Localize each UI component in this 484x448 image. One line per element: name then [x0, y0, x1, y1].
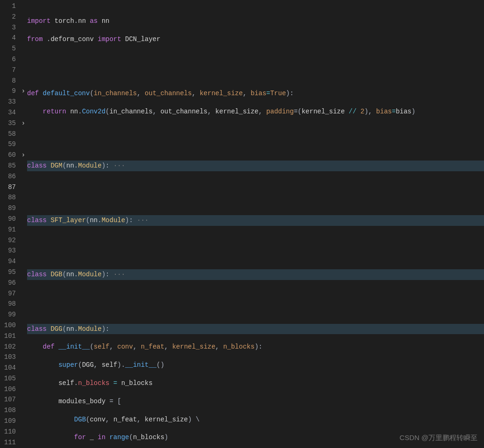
fold-toggle — [20, 245, 27, 256]
fold-toggle — [20, 288, 27, 299]
line-number: 88 — [0, 192, 16, 203]
code-line[interactable]: class SFT_layer(nn.Module): ··· — [27, 215, 484, 226]
line-number: 92 — [0, 235, 16, 246]
fold-toggle — [20, 352, 27, 363]
code-line[interactable]: DGB(conv, n_feat, kernel_size) \ — [27, 414, 484, 425]
code-line[interactable] — [27, 179, 484, 189]
code-line[interactable]: super(DGG, self).__init__() — [27, 360, 484, 371]
fold-toggle — [20, 373, 27, 384]
line-number: 3 — [0, 22, 16, 33]
fold-toggle — [20, 33, 27, 43]
fold-toggle — [20, 235, 27, 246]
line-number: 94 — [0, 256, 16, 267]
fold-toggle — [20, 427, 27, 437]
fold-toggle[interactable]: › — [20, 150, 27, 161]
fold-toggle — [20, 22, 27, 33]
line-number: 4 — [0, 33, 16, 43]
line-number: 89 — [0, 203, 16, 214]
code-line[interactable] — [27, 52, 484, 63]
fold-toggle — [20, 97, 27, 107]
fold-toggle — [20, 394, 27, 405]
code-line[interactable] — [27, 70, 484, 81]
line-number: 90 — [0, 214, 16, 224]
fold-column[interactable]: ››› — [20, 0, 27, 448]
line-number: 109 — [0, 416, 16, 427]
fold-toggle — [20, 139, 27, 150]
line-number: 8 — [0, 76, 16, 86]
line-number: 93 — [0, 245, 16, 256]
fold-toggle[interactable]: › — [20, 86, 27, 97]
fold-toggle — [20, 76, 27, 86]
line-number: 9 — [0, 86, 16, 97]
code-line[interactable] — [27, 306, 484, 316]
fold-toggle — [20, 331, 27, 342]
fold-toggle — [20, 405, 27, 416]
fold-toggle — [20, 1, 27, 12]
line-number: 85 — [0, 161, 16, 171]
fold-toggle — [20, 129, 27, 140]
fold-toggle — [20, 309, 27, 320]
line-number: 110 — [0, 427, 16, 437]
code-line[interactable]: return nn.Conv2d(in_channels, out_channe… — [27, 106, 484, 117]
line-number: 105 — [0, 373, 16, 384]
code-line[interactable]: import torch.nn as nn — [27, 16, 484, 27]
line-number: 35 — [0, 118, 16, 129]
line-number: 100 — [0, 320, 16, 331]
line-number-gutter: 1234567893334355859608586878889909192939… — [0, 0, 20, 448]
line-number: 34 — [0, 107, 16, 118]
line-number: 86 — [0, 171, 16, 182]
fold-toggle — [20, 214, 27, 224]
fold-toggle — [20, 54, 27, 65]
code-line[interactable]: def default_conv(in_channels, out_channe… — [27, 88, 484, 99]
code-line[interactable]: class DGB(nn.Module): ··· — [27, 269, 484, 280]
line-number: 5 — [0, 43, 16, 54]
line-number: 102 — [0, 342, 16, 352]
code-line[interactable]: from .deform_conv import DCN_layer — [27, 34, 484, 45]
code-line[interactable] — [27, 197, 484, 208]
line-number: 91 — [0, 224, 16, 235]
code-line[interactable] — [27, 287, 484, 298]
code-line[interactable] — [27, 233, 484, 244]
line-number: 103 — [0, 352, 16, 363]
fold-toggle — [20, 342, 27, 352]
fold-toggle — [20, 299, 27, 309]
line-number: 101 — [0, 331, 16, 342]
fold-toggle — [20, 12, 27, 22]
code-line[interactable] — [27, 125, 484, 135]
code-area[interactable]: import torch.nn as nn from .deform_conv … — [27, 0, 484, 448]
code-line[interactable]: class DGM(nn.Module): ··· — [27, 161, 484, 171]
line-number: 106 — [0, 384, 16, 395]
line-number: 58 — [0, 129, 16, 140]
fold-toggle — [20, 384, 27, 395]
code-line[interactable]: class DGG(nn.Module): — [27, 324, 484, 335]
fold-toggle — [20, 182, 27, 193]
line-number: 33 — [0, 97, 16, 107]
line-number: 60 — [0, 150, 16, 161]
fold-toggle — [20, 267, 27, 278]
fold-toggle — [20, 171, 27, 182]
line-number: 107 — [0, 394, 16, 405]
line-number: 97 — [0, 288, 16, 299]
fold-toggle — [20, 192, 27, 203]
code-line[interactable]: for _ in range(n_blocks) — [27, 432, 484, 443]
code-line[interactable]: modules_body = [ — [27, 396, 484, 407]
code-line[interactable]: self.n_blocks = n_blocks — [27, 378, 484, 389]
line-number: 104 — [0, 363, 16, 373]
fold-toggle — [20, 256, 27, 267]
code-editor[interactable]: 1234567893334355859608586878889909192939… — [0, 0, 484, 448]
code-line[interactable] — [27, 251, 484, 262]
code-line[interactable] — [27, 143, 484, 154]
fold-toggle — [20, 43, 27, 54]
fold-toggle — [20, 107, 27, 118]
line-number: 95 — [0, 267, 16, 278]
fold-toggle — [20, 161, 27, 171]
fold-toggle — [20, 416, 27, 427]
fold-toggle — [20, 278, 27, 288]
fold-toggle[interactable]: › — [20, 118, 27, 129]
line-number: 111 — [0, 437, 16, 448]
code-line[interactable]: def __init__(self, conv, n_feat, kernel_… — [27, 342, 484, 352]
line-number: 1 — [0, 1, 16, 12]
line-number: 6 — [0, 54, 16, 65]
line-number: 7 — [0, 65, 16, 76]
fold-toggle — [20, 437, 27, 448]
